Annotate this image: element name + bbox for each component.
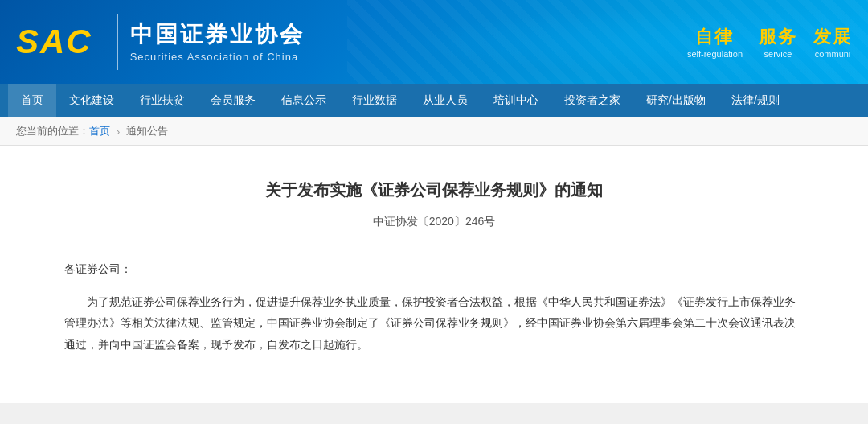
nav-investors[interactable]: 投资者之家 <box>551 84 633 117</box>
article-title: 关于发布实施《证券公司保荐业务规则》的通知 <box>64 178 804 202</box>
nav-training[interactable]: 培训中心 <box>481 84 551 117</box>
main-navigation: 首页 文化建设 行业扶贫 会员服务 信息公示 行业数据 从业人员 培训中心 投资… <box>0 84 868 117</box>
sac-acronym: SAC <box>16 25 92 59</box>
main-content: 关于发布实施《证券公司保荐业务规则》的通知 中证协发〔2020〕246号 各证券… <box>0 146 868 403</box>
nav-info-disclosure[interactable]: 信息公示 <box>268 84 339 117</box>
nav-home[interactable]: 首页 <box>8 84 56 117</box>
tagline-en-3: communi <box>815 49 851 59</box>
tagline-self-regulation: 自律 self-regulation <box>687 25 743 59</box>
tagline-group: 自律 self-regulation 服务 service 发展 communi <box>687 25 852 59</box>
breadcrumb-prefix: 您当前的位置： <box>16 124 89 138</box>
org-name-area: 中国证券业协会 Securities Association of China <box>130 21 305 64</box>
nav-industry-support[interactable]: 行业扶贫 <box>127 84 198 117</box>
breadcrumb-separator: › <box>117 126 120 138</box>
article-paragraph-1: 为了规范证券公司保荐业务行为，促进提升保荐业务执业质量，保护投资者合法权益，根据… <box>64 291 804 356</box>
article-body: 各证券公司： 为了规范证券公司保荐业务行为，促进提升保荐业务执业质量，保护投资者… <box>64 258 804 355</box>
article-number: 中证协发〔2020〕246号 <box>64 215 804 229</box>
org-name-english: Securities Association of China <box>130 51 305 63</box>
logo-area: SAC 中国证券业协会 Securities Association of Ch… <box>0 14 305 70</box>
nav-practitioners[interactable]: 从业人员 <box>410 84 481 117</box>
nav-research[interactable]: 研究/出版物 <box>633 84 719 117</box>
nav-member-services[interactable]: 会员服务 <box>198 84 268 117</box>
header-taglines: 自律 self-regulation 服务 service 发展 communi <box>687 25 868 59</box>
breadcrumb-current: 通知公告 <box>126 124 168 138</box>
tagline-en-1: self-regulation <box>687 49 743 59</box>
site-header: SAC 中国证券业协会 Securities Association of Ch… <box>0 0 868 84</box>
org-name-chinese: 中国证券业协会 <box>130 21 305 48</box>
sac-logo: SAC <box>16 25 92 59</box>
tagline-cn-3: 发展 <box>813 25 852 49</box>
nav-legal[interactable]: 法律/规则 <box>719 84 792 117</box>
breadcrumb-home[interactable]: 首页 <box>89 124 110 138</box>
breadcrumb: 您当前的位置： 首页 › 通知公告 <box>0 117 868 146</box>
nav-culture[interactable]: 文化建设 <box>56 84 127 117</box>
tagline-cn-1: 自律 <box>695 25 734 49</box>
tagline-en-2: service <box>764 49 792 59</box>
tagline-cn-2: 服务 <box>759 25 797 49</box>
tagline-service: 服务 service <box>759 25 797 59</box>
article-salute: 各证券公司： <box>64 258 804 280</box>
nav-industry-data[interactable]: 行业数据 <box>339 84 410 117</box>
tagline-community: 发展 communi <box>813 25 852 59</box>
logo-divider <box>117 14 118 70</box>
